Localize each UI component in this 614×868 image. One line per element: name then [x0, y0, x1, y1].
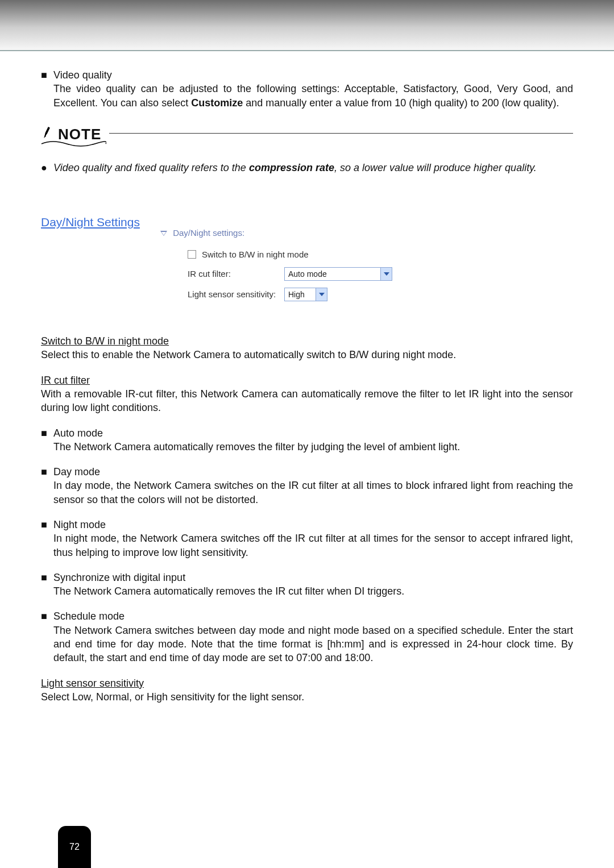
night-mode-body: In night mode, the Network Camera switch…: [53, 533, 573, 558]
day-night-section-heading: Day/Night Settings: [41, 215, 140, 229]
light-sensor-value: High: [288, 289, 305, 300]
ir-filter-block: IR cut filter With a removable IR-cut fi…: [41, 373, 573, 415]
square-bullet-icon: ■: [41, 465, 53, 506]
bw-night-mode-checkbox[interactable]: [188, 250, 196, 259]
day-mode-title: Day mode: [53, 466, 100, 477]
light-sensor-title: Light sensor sensitivity: [41, 678, 144, 689]
day-night-settings-panel: Day/Night settings: Switch to B/W in nig…: [160, 227, 573, 302]
switch-bw-body: Select this to enable the Network Camera…: [41, 349, 456, 360]
auto-mode-title: Auto mode: [53, 427, 103, 439]
video-quality-text-after: and manually enter a value from 10 (high…: [243, 97, 559, 109]
light-sensor-body: Select Low, Normal, or High sensitivity …: [41, 691, 304, 703]
light-sensor-select[interactable]: High: [284, 288, 327, 301]
note-text-bold: compression rate: [249, 162, 334, 173]
video-quality-title: Video quality: [53, 69, 112, 81]
square-bullet-icon: ■: [41, 518, 53, 559]
ir-filter-title: IR cut filter: [41, 375, 90, 386]
page-number: 72: [69, 842, 80, 852]
bw-night-mode-label: Switch to B/W in night mode: [202, 249, 309, 260]
ir-cut-filter-select[interactable]: Auto mode: [284, 267, 392, 281]
sync-mode-body: The Network Camera automatically removes…: [53, 585, 404, 597]
collapse-arrow-icon[interactable]: [160, 231, 167, 236]
schedule-mode-title: Schedule mode: [53, 610, 125, 622]
square-bullet-icon: ■: [41, 426, 53, 454]
auto-mode-body: The Network Camera automatically removes…: [53, 441, 460, 452]
header-gradient: [0, 0, 614, 51]
light-sensor-label: Light sensor sensitivity:: [188, 289, 284, 300]
square-bullet-icon: ■: [41, 68, 53, 110]
ir-filter-body: With a removable IR-cut filter, this Net…: [41, 387, 573, 415]
chevron-down-icon: [316, 288, 327, 301]
switch-bw-block: Switch to B/W in night mode Select this …: [41, 334, 573, 362]
chevron-down-icon: [380, 268, 392, 280]
schedule-mode-body: The Network Camera switches between day …: [53, 625, 573, 664]
square-bullet-icon: ■: [41, 609, 53, 665]
note-divider: NOTE: [41, 124, 573, 144]
note-text-after: , so a lower value will produce higher q…: [334, 162, 537, 173]
page-number-tab: 72: [58, 826, 91, 868]
square-bullet-icon: ■: [41, 571, 53, 599]
video-quality-block: Video quality The video quality can be a…: [53, 68, 573, 110]
sync-mode-title: Synchronize with digital input: [53, 572, 185, 583]
note-bullet-text: Video quality and fixed quality refers t…: [53, 161, 573, 175]
schedule-mode-block: Schedule mode The Network Camera switche…: [53, 609, 573, 665]
switch-bw-title: Switch to B/W in night mode: [41, 335, 169, 347]
day-mode-body: In day mode, the Network Camera switches…: [53, 480, 573, 505]
ir-cut-filter-label: IR cut filter:: [188, 268, 284, 280]
sync-mode-block: Synchronize with digital input The Netwo…: [53, 571, 573, 599]
night-mode-title: Night mode: [53, 519, 106, 530]
auto-mode-block: Auto mode The Network Camera automatical…: [53, 426, 573, 454]
disc-bullet-icon: ●: [41, 161, 53, 175]
night-mode-block: Night mode In night mode, the Network Ca…: [53, 518, 573, 559]
note-text-before: Video quality and fixed quality refers t…: [53, 162, 249, 173]
page-body: ■ Video quality The video quality can be…: [0, 51, 614, 704]
day-mode-block: Day mode In day mode, the Network Camera…: [53, 465, 573, 506]
panel-header-text: Day/Night settings:: [173, 228, 244, 238]
light-sensor-block: Light sensor sensitivity Select Low, Nor…: [41, 676, 573, 704]
video-quality-text-bold: Customize: [191, 97, 243, 109]
ir-cut-filter-value: Auto mode: [288, 269, 327, 280]
